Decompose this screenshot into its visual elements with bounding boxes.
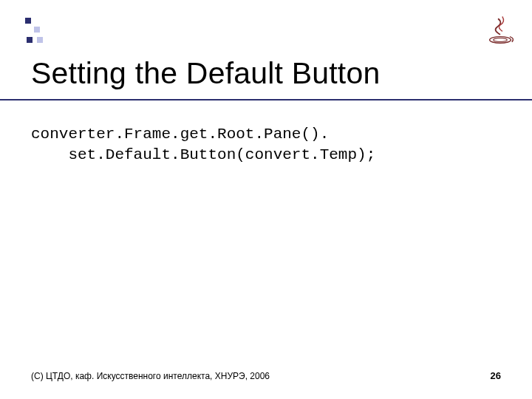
title-divider [0, 99, 532, 100]
page-title: Setting the Default Button [31, 56, 380, 91]
java-logo-icon [483, 13, 517, 47]
footer: (С) ЦТДО, каф. Искусственного интеллекта… [0, 370, 532, 381]
code-line: converter.Frame.get.Root.Pane(). [31, 126, 329, 143]
deco-square [34, 27, 40, 33]
deco-square [27, 37, 33, 43]
slide: Setting the Default Button converter.Fra… [0, 0, 532, 399]
svg-point-1 [494, 38, 508, 41]
code-block: converter.Frame.get.Root.Pane(). set.Def… [31, 124, 375, 166]
page-number: 26 [491, 370, 501, 381]
deco-square [37, 37, 43, 43]
deco-square [25, 18, 31, 24]
copyright-text: (С) ЦТДО, каф. Искусственного интеллекта… [31, 371, 270, 381]
code-line: set.Default.Button(convert.Temp); [31, 146, 375, 163]
